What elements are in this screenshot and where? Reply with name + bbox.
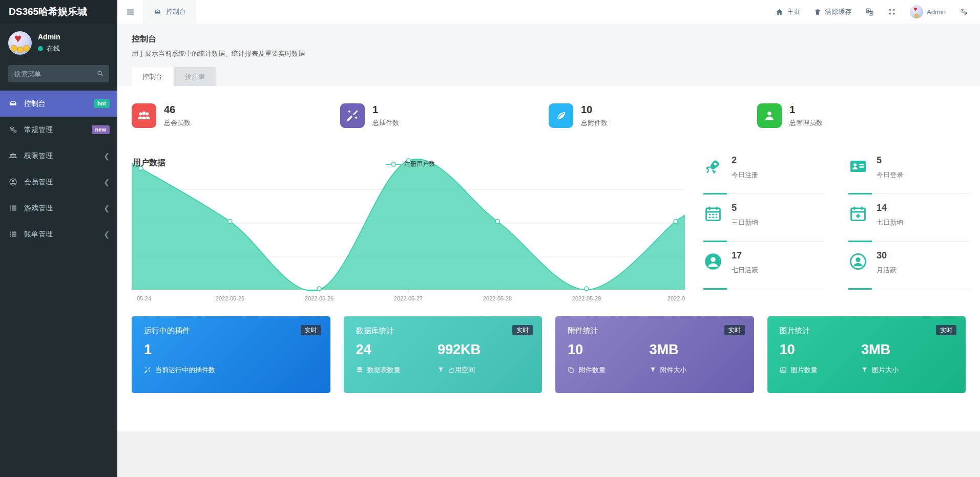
new-badge: new bbox=[92, 125, 110, 134]
user-icon bbox=[703, 251, 723, 275]
legend-marker-icon bbox=[386, 161, 401, 167]
progress-underline bbox=[703, 241, 825, 242]
settings-gears-icon[interactable] bbox=[960, 8, 968, 16]
users-icon bbox=[132, 103, 156, 128]
stat-label: 总附件数 bbox=[581, 118, 608, 127]
mini-stat-value: 2 bbox=[732, 156, 758, 166]
calendar-icon bbox=[703, 203, 723, 227]
sidebar-item-games[interactable]: 游戏管理 ❮ bbox=[0, 195, 117, 221]
navbar-tab-dashboard[interactable]: 控制台 bbox=[143, 0, 196, 24]
card-value: 10 bbox=[780, 342, 862, 358]
stat-value: 1 bbox=[789, 104, 823, 115]
trash-icon bbox=[814, 8, 821, 16]
mini-stat-3day-new: 5 三日新增 bbox=[703, 203, 825, 242]
page-footer-spacer bbox=[117, 431, 980, 477]
sidebar-menu: 控制台 hot 常规管理 new 权限管理 ❮ 会员管理 ❮ bbox=[0, 91, 117, 477]
x-tick-label: 2022-05-27 bbox=[394, 295, 423, 301]
card-value: 24 bbox=[356, 342, 438, 358]
stat-total-members: 46 总会员数 bbox=[132, 103, 340, 128]
stat-label: 总管理员数 bbox=[789, 118, 823, 127]
card-suit-icon: ♥ bbox=[14, 32, 22, 45]
fullscreen-icon[interactable] bbox=[888, 8, 896, 16]
avatar: ♥ bbox=[8, 31, 32, 55]
card-image-stats: 图片统计 实时 10 图片数量 3MB 图片大小 bbox=[767, 316, 966, 393]
progress-underline bbox=[703, 288, 825, 290]
x-tick-label: 05-24 bbox=[137, 295, 151, 301]
tab-dashboard[interactable]: 控制台 bbox=[132, 67, 173, 86]
sidebar-item-permissions[interactable]: 权限管理 ❮ bbox=[0, 143, 117, 169]
progress-underline bbox=[848, 241, 970, 242]
leaf-icon bbox=[549, 103, 573, 128]
stat-label: 总插件数 bbox=[372, 118, 399, 127]
progress-underline bbox=[703, 193, 825, 194]
progress-underline bbox=[848, 288, 970, 290]
content-tabs: 控制台 投注量 bbox=[132, 67, 966, 86]
card-value: 3MB bbox=[650, 342, 732, 358]
card-value: 3MB bbox=[861, 342, 943, 358]
clear-cache-button[interactable]: 清除缓存 bbox=[814, 7, 851, 16]
card-label: 附件数量 bbox=[579, 365, 606, 375]
mini-stat-value: 5 bbox=[732, 203, 758, 213]
sidebar: DS365哈希娱乐城 ♥ Admin 在线 控制台 hot bbox=[0, 0, 117, 477]
realtime-badge: 实时 bbox=[724, 325, 745, 335]
sidebar-item-dashboard[interactable]: 控制台 hot bbox=[0, 91, 117, 117]
stat-value: 1 bbox=[372, 104, 399, 115]
chart-legend[interactable]: 注册用户数 bbox=[386, 160, 435, 168]
rocket-icon bbox=[703, 156, 723, 180]
user-menu[interactable]: ♥ Admin bbox=[910, 5, 946, 18]
sidebar-item-bills[interactable]: 账单管理 ❮ bbox=[0, 221, 117, 247]
card-label: 附件大小 bbox=[660, 365, 687, 375]
x-tick-label: 2022-05 bbox=[668, 295, 685, 301]
mini-stat-value: 5 bbox=[877, 156, 903, 166]
home-link[interactable]: 主页 bbox=[776, 7, 800, 16]
wand-icon bbox=[144, 366, 151, 374]
user-panel: ♥ Admin 在线 bbox=[0, 24, 117, 60]
mini-stat-label: 今日登录 bbox=[877, 170, 903, 180]
calendar-plus-icon bbox=[848, 203, 868, 227]
tab-bet-volume[interactable]: 投注量 bbox=[174, 67, 216, 86]
chevron-left-icon: ❮ bbox=[103, 153, 110, 160]
card-attachment-stats: 附件统计 实时 10 附件数量 3MB 附件大小 bbox=[555, 316, 754, 393]
card-running-plugins: 运行中的插件 实时 1 当前运行中的插件数 bbox=[132, 316, 330, 393]
card-label: 占用空间 bbox=[448, 365, 475, 375]
chevron-left-icon: ❮ bbox=[103, 231, 110, 238]
stat-label: 总会员数 bbox=[164, 118, 191, 127]
search-input[interactable] bbox=[8, 65, 109, 82]
chart-x-axis: 05-24 2022-05-25 2022-05-26 2022-05-27 2… bbox=[132, 294, 685, 303]
brand[interactable]: DS365哈希娱乐城 bbox=[0, 0, 117, 24]
sidebar-item-label: 账单管理 bbox=[24, 230, 53, 239]
mini-stat-7day-new: 14 七日新增 bbox=[848, 203, 970, 242]
card-label: 图片数量 bbox=[791, 365, 818, 375]
id-card-icon bbox=[848, 156, 868, 180]
mini-stat-today-login: 5 今日登录 bbox=[848, 156, 970, 194]
mini-stat-value: 30 bbox=[877, 251, 896, 261]
legend-label: 注册用户数 bbox=[404, 160, 435, 168]
users-icon bbox=[9, 151, 18, 160]
x-tick-label: 2022-05-28 bbox=[483, 295, 512, 301]
x-tick-label: 2022-05-26 bbox=[305, 295, 333, 301]
x-tick-label: 2022-05-25 bbox=[216, 295, 244, 301]
avatar: ♥ bbox=[910, 5, 923, 18]
coin-icon bbox=[23, 45, 30, 52]
chevron-left-icon: ❮ bbox=[103, 205, 110, 212]
realtime-badge: 实时 bbox=[301, 325, 321, 335]
mini-stat-label: 三日新增 bbox=[732, 218, 758, 227]
sidebar-item-general[interactable]: 常规管理 new bbox=[0, 117, 117, 143]
language-icon[interactable] bbox=[865, 8, 874, 16]
mini-stats-grid: 2 今日注册 5 今日登录 bbox=[703, 156, 970, 290]
sidebar-item-members[interactable]: 会员管理 ❮ bbox=[0, 169, 117, 195]
page-title: 控制台 bbox=[132, 34, 966, 45]
coin-icon bbox=[914, 14, 919, 18]
online-status-dot bbox=[38, 46, 43, 51]
sidebar-item-label: 权限管理 bbox=[24, 151, 53, 161]
cogs-icon bbox=[9, 125, 18, 134]
filter-icon bbox=[437, 366, 444, 373]
stat-total-admins: 1 总管理员数 bbox=[757, 103, 966, 128]
stats-row: 46 总会员数 1 总插件数 10 总附件数 bbox=[132, 103, 966, 128]
sidebar-toggle-icon[interactable] bbox=[117, 8, 143, 16]
wand-icon bbox=[340, 103, 365, 128]
stat-value: 46 bbox=[164, 104, 191, 115]
list-icon bbox=[9, 230, 18, 238]
card-label: 图片大小 bbox=[872, 365, 899, 375]
search-icon bbox=[96, 70, 104, 77]
